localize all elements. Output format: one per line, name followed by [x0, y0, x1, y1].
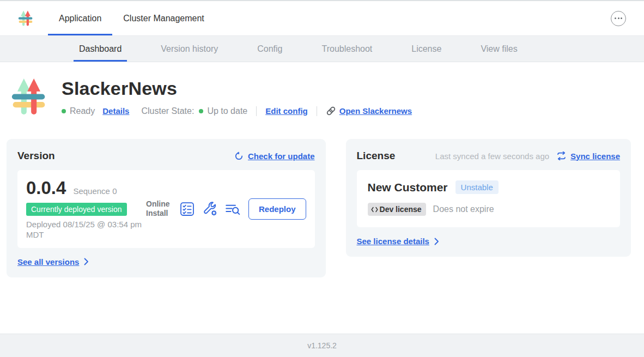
version-actions: Online Install: [146, 198, 306, 220]
status-details-link[interactable]: Details: [102, 106, 129, 116]
sync-license-label: Sync license: [570, 152, 620, 161]
edit-config-link[interactable]: Edit config: [265, 106, 308, 116]
app-logo-large: [11, 76, 47, 119]
see-all-versions-link[interactable]: See all versions: [17, 257, 315, 267]
main-header: Application Cluster Management: [0, 1, 644, 36]
license-details-panel: New Customer Unstable Dev license Does: [357, 170, 620, 227]
license-type-label: Dev license: [380, 205, 422, 214]
see-license-details-label: See license details: [357, 237, 429, 246]
subnav-view-files-label: View files: [481, 44, 517, 54]
license-card: License Last synced a few seconds ago: [346, 139, 631, 257]
slackernews-logo-icon: [18, 10, 33, 27]
customer-name: New Customer: [368, 181, 448, 194]
subnav-dashboard[interactable]: Dashboard: [74, 36, 127, 62]
divider: [256, 106, 257, 116]
license-expiry: Does not expire: [433, 204, 494, 214]
divider: [317, 106, 317, 116]
view-logs-button[interactable]: [225, 202, 241, 216]
logs-search-icon: [225, 202, 241, 216]
chevron-right-icon: [84, 258, 89, 265]
app-logo-small: [18, 1, 33, 35]
preflight-checks-button[interactable]: [180, 202, 195, 216]
sync-arrows-icon: [557, 152, 566, 160]
subnav-dashboard-label: Dashboard: [79, 44, 121, 54]
subnav-troubleshoot-label: Troubleshoot: [321, 44, 372, 54]
check-for-update-label: Check for update: [248, 152, 315, 161]
app-status-label: Ready: [70, 106, 95, 116]
console-version: v1.125.2: [307, 341, 337, 350]
tab-application-label: Application: [59, 14, 101, 23]
code-icon: [371, 207, 378, 213]
page-title: SlackerNews: [62, 78, 412, 99]
version-card-title: Version: [17, 150, 55, 162]
refresh-icon: [234, 152, 244, 161]
edit-config-button[interactable]: [202, 201, 217, 216]
install-type-label: Online Install: [146, 199, 172, 218]
version-details: 0.0.4 Sequence 0 Currently deployed vers…: [26, 178, 146, 240]
app-subnav: Dashboard Version history Config Trouble…: [0, 36, 644, 62]
primary-tabs: Application Cluster Management: [48, 1, 215, 35]
subnav-config-label: Config: [257, 44, 282, 54]
cluster-state-label: Cluster State:: [141, 106, 194, 116]
subnav-version-history[interactable]: Version history: [155, 36, 223, 62]
license-sync-area: Last synced a few seconds ago Sync licen…: [435, 152, 620, 161]
app-header: SlackerNews Ready Details Cluster State:…: [0, 62, 644, 119]
see-all-versions-label: See all versions: [17, 257, 79, 267]
subnav-license[interactable]: License: [406, 36, 447, 62]
last-synced-label: Last synced a few seconds ago: [435, 152, 549, 161]
subnav-license-label: License: [411, 44, 441, 54]
tab-cluster-management-label: Cluster Management: [123, 14, 204, 23]
footer: v1.125.2: [0, 334, 644, 357]
current-version-panel: 0.0.4 Sequence 0 Currently deployed vers…: [17, 170, 315, 248]
license-type-badge: Dev license: [368, 203, 426, 216]
sequence-label: Sequence 0: [73, 186, 117, 196]
redeploy-button[interactable]: Redeploy: [248, 198, 306, 220]
slackernews-logo-icon: [11, 76, 47, 117]
tab-cluster-management[interactable]: Cluster Management: [112, 1, 215, 35]
subnav-troubleshoot[interactable]: Troubleshoot: [316, 36, 378, 62]
dashboard-content: SlackerNews Ready Details Cluster State:…: [0, 62, 644, 277]
subnav-version-history-label: Version history: [161, 44, 218, 54]
subnav-config[interactable]: Config: [252, 36, 288, 62]
check-for-update[interactable]: Check for update: [234, 152, 315, 161]
wrench-gear-icon: [202, 201, 217, 216]
channel-badge: Unstable: [455, 180, 499, 194]
tab-application[interactable]: Application: [48, 1, 112, 35]
see-license-details-link[interactable]: See license details: [357, 237, 620, 246]
chain-link-icon: [326, 106, 336, 116]
license-card-header: License Last synced a few seconds ago: [357, 150, 620, 162]
version-number: 0.0.4: [26, 178, 66, 198]
cluster-state-value: Up to date: [207, 106, 247, 116]
deployed-timestamp: Deployed 08/15/25 @ 03:54 pm MDT: [26, 220, 146, 240]
sync-license-link[interactable]: Sync license: [557, 152, 620, 161]
subnav-view-files[interactable]: View files: [475, 36, 523, 62]
version-card-header: Version Check for update: [17, 150, 315, 162]
version-card: Version Check for update 0.0.4 Sequence …: [7, 139, 326, 277]
more-options-button[interactable]: [611, 11, 626, 26]
app-info: SlackerNews Ready Details Cluster State:…: [62, 76, 412, 119]
dashboard-cards: Version Check for update 0.0.4 Sequence …: [7, 139, 631, 277]
license-card-title: License: [357, 150, 396, 162]
ellipsis-icon: [615, 17, 616, 19]
app-status-dot: [62, 109, 66, 113]
deployed-status-badge: Currently deployed version: [26, 203, 127, 216]
checklist-icon: [180, 202, 195, 216]
cluster-state-dot: [199, 109, 203, 113]
open-app-link-label: Open Slackernews: [339, 106, 412, 116]
app-status-row: Ready Details Cluster State: Up to date …: [62, 106, 412, 116]
chevron-right-icon: [434, 238, 439, 245]
open-app-link[interactable]: Open Slackernews: [326, 106, 412, 116]
